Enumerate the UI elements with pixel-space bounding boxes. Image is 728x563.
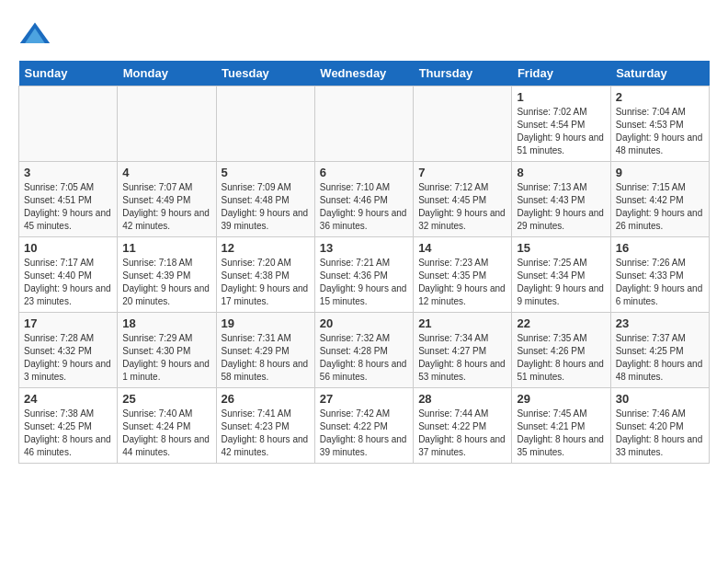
day-number: 8 bbox=[517, 166, 605, 179]
calendar-cell: 29Sunrise: 7:45 AM Sunset: 4:21 PM Dayli… bbox=[512, 388, 610, 464]
day-info: Sunrise: 7:38 AM Sunset: 4:25 PM Dayligh… bbox=[24, 408, 112, 459]
day-number: 12 bbox=[222, 241, 310, 255]
calendar-cell: 17Sunrise: 7:28 AM Sunset: 4:32 PM Dayli… bbox=[19, 313, 118, 388]
day-info: Sunrise: 7:29 AM Sunset: 4:30 PM Dayligh… bbox=[122, 332, 210, 384]
day-header-friday: Friday bbox=[512, 61, 610, 86]
day-info: Sunrise: 7:10 AM Sunset: 4:46 PM Dayligh… bbox=[320, 181, 408, 233]
calendar-week-row: 10Sunrise: 7:17 AM Sunset: 4:40 PM Dayli… bbox=[19, 237, 710, 313]
calendar-table: SundayMondayTuesdayWednesdayThursdayFrid… bbox=[18, 61, 710, 464]
day-info: Sunrise: 7:34 AM Sunset: 4:27 PM Dayligh… bbox=[418, 332, 506, 384]
day-info: Sunrise: 7:12 AM Sunset: 4:45 PM Dayligh… bbox=[418, 181, 506, 233]
day-number: 22 bbox=[517, 316, 605, 330]
day-number: 11 bbox=[122, 241, 210, 255]
calendar-cell bbox=[19, 86, 118, 162]
day-number: 20 bbox=[320, 316, 408, 330]
day-info: Sunrise: 7:40 AM Sunset: 4:24 PM Dayligh… bbox=[122, 408, 210, 459]
calendar-cell: 1Sunrise: 7:02 AM Sunset: 4:54 PM Daylig… bbox=[512, 86, 610, 162]
day-info: Sunrise: 7:05 AM Sunset: 4:51 PM Dayligh… bbox=[24, 181, 112, 233]
day-info: Sunrise: 7:09 AM Sunset: 4:48 PM Dayligh… bbox=[222, 181, 310, 233]
calendar-cell: 16Sunrise: 7:26 AM Sunset: 4:33 PM Dayli… bbox=[610, 237, 709, 313]
day-info: Sunrise: 7:25 AM Sunset: 4:34 PM Dayligh… bbox=[517, 257, 605, 308]
day-number: 17 bbox=[24, 316, 112, 330]
day-info: Sunrise: 7:17 AM Sunset: 4:40 PM Dayligh… bbox=[24, 257, 112, 308]
calendar-cell bbox=[414, 86, 512, 162]
day-info: Sunrise: 7:42 AM Sunset: 4:22 PM Dayligh… bbox=[320, 408, 408, 459]
day-info: Sunrise: 7:07 AM Sunset: 4:49 PM Dayligh… bbox=[122, 181, 210, 233]
day-info: Sunrise: 7:20 AM Sunset: 4:38 PM Dayligh… bbox=[222, 257, 310, 308]
day-info: Sunrise: 7:46 AM Sunset: 4:20 PM Dayligh… bbox=[616, 408, 704, 459]
day-number: 21 bbox=[418, 316, 506, 330]
day-info: Sunrise: 7:04 AM Sunset: 4:53 PM Dayligh… bbox=[616, 106, 704, 157]
calendar-cell: 19Sunrise: 7:31 AM Sunset: 4:29 PM Dayli… bbox=[216, 313, 314, 388]
day-header-sunday: Sunday bbox=[19, 61, 118, 86]
calendar-week-row: 1Sunrise: 7:02 AM Sunset: 4:54 PM Daylig… bbox=[19, 86, 710, 162]
day-number: 29 bbox=[517, 392, 605, 406]
day-info: Sunrise: 7:26 AM Sunset: 4:33 PM Dayligh… bbox=[616, 257, 704, 308]
day-info: Sunrise: 7:02 AM Sunset: 4:54 PM Dayligh… bbox=[517, 106, 605, 157]
day-header-wednesday: Wednesday bbox=[314, 61, 413, 86]
day-number: 19 bbox=[222, 316, 310, 330]
day-info: Sunrise: 7:21 AM Sunset: 4:36 PM Dayligh… bbox=[320, 257, 408, 308]
day-info: Sunrise: 7:35 AM Sunset: 4:26 PM Dayligh… bbox=[517, 332, 605, 384]
day-number: 16 bbox=[616, 241, 704, 255]
day-number: 23 bbox=[616, 316, 704, 330]
calendar-cell bbox=[314, 86, 413, 162]
calendar-cell: 28Sunrise: 7:44 AM Sunset: 4:22 PM Dayli… bbox=[414, 388, 512, 464]
calendar-cell: 6Sunrise: 7:10 AM Sunset: 4:46 PM Daylig… bbox=[314, 162, 413, 237]
day-number: 6 bbox=[320, 166, 408, 179]
header bbox=[18, 18, 710, 52]
calendar-cell: 5Sunrise: 7:09 AM Sunset: 4:48 PM Daylig… bbox=[216, 162, 314, 237]
calendar-cell bbox=[216, 86, 314, 162]
calendar-cell: 3Sunrise: 7:05 AM Sunset: 4:51 PM Daylig… bbox=[19, 162, 118, 237]
calendar-cell: 2Sunrise: 7:04 AM Sunset: 4:53 PM Daylig… bbox=[610, 86, 709, 162]
day-number: 27 bbox=[320, 392, 408, 406]
day-info: Sunrise: 7:15 AM Sunset: 4:42 PM Dayligh… bbox=[616, 181, 704, 233]
day-info: Sunrise: 7:37 AM Sunset: 4:25 PM Dayligh… bbox=[616, 332, 704, 384]
calendar-cell: 14Sunrise: 7:23 AM Sunset: 4:35 PM Dayli… bbox=[414, 237, 512, 313]
page-container: SundayMondayTuesdayWednesdayThursdayFrid… bbox=[0, 0, 728, 473]
calendar-cell: 21Sunrise: 7:34 AM Sunset: 4:27 PM Dayli… bbox=[414, 313, 512, 388]
day-number: 25 bbox=[122, 392, 210, 406]
day-number: 10 bbox=[24, 241, 112, 255]
calendar-week-row: 3Sunrise: 7:05 AM Sunset: 4:51 PM Daylig… bbox=[19, 162, 710, 237]
day-number: 24 bbox=[24, 392, 112, 406]
day-number: 13 bbox=[320, 241, 408, 255]
calendar-cell bbox=[118, 86, 216, 162]
day-number: 14 bbox=[418, 241, 506, 255]
calendar-cell: 18Sunrise: 7:29 AM Sunset: 4:30 PM Dayli… bbox=[118, 313, 216, 388]
calendar-cell: 25Sunrise: 7:40 AM Sunset: 4:24 PM Dayli… bbox=[118, 388, 216, 464]
calendar-cell: 9Sunrise: 7:15 AM Sunset: 4:42 PM Daylig… bbox=[610, 162, 709, 237]
day-number: 30 bbox=[616, 392, 704, 406]
logo-icon bbox=[18, 18, 51, 52]
day-number: 4 bbox=[122, 166, 210, 179]
day-info: Sunrise: 7:31 AM Sunset: 4:29 PM Dayligh… bbox=[222, 332, 310, 384]
day-info: Sunrise: 7:32 AM Sunset: 4:28 PM Dayligh… bbox=[320, 332, 408, 384]
day-number: 28 bbox=[418, 392, 506, 406]
day-header-monday: Monday bbox=[118, 61, 216, 86]
day-info: Sunrise: 7:41 AM Sunset: 4:23 PM Dayligh… bbox=[222, 408, 310, 459]
day-number: 18 bbox=[122, 316, 210, 330]
day-header-saturday: Saturday bbox=[610, 61, 709, 86]
calendar-week-row: 17Sunrise: 7:28 AM Sunset: 4:32 PM Dayli… bbox=[19, 313, 710, 388]
calendar-cell: 24Sunrise: 7:38 AM Sunset: 4:25 PM Dayli… bbox=[19, 388, 118, 464]
calendar-cell: 4Sunrise: 7:07 AM Sunset: 4:49 PM Daylig… bbox=[118, 162, 216, 237]
calendar-cell: 30Sunrise: 7:46 AM Sunset: 4:20 PM Dayli… bbox=[610, 388, 709, 464]
calendar-cell: 27Sunrise: 7:42 AM Sunset: 4:22 PM Dayli… bbox=[314, 388, 413, 464]
day-info: Sunrise: 7:45 AM Sunset: 4:21 PM Dayligh… bbox=[517, 408, 605, 459]
logo bbox=[18, 18, 55, 52]
day-number: 15 bbox=[517, 241, 605, 255]
calendar-cell: 8Sunrise: 7:13 AM Sunset: 4:43 PM Daylig… bbox=[512, 162, 610, 237]
day-number: 7 bbox=[418, 166, 506, 179]
calendar-header-row: SundayMondayTuesdayWednesdayThursdayFrid… bbox=[19, 61, 710, 86]
calendar-cell: 12Sunrise: 7:20 AM Sunset: 4:38 PM Dayli… bbox=[216, 237, 314, 313]
calendar-week-row: 24Sunrise: 7:38 AM Sunset: 4:25 PM Dayli… bbox=[19, 388, 710, 464]
day-number: 2 bbox=[616, 90, 704, 104]
day-number: 5 bbox=[222, 166, 310, 179]
day-number: 3 bbox=[24, 166, 112, 179]
calendar-cell: 7Sunrise: 7:12 AM Sunset: 4:45 PM Daylig… bbox=[414, 162, 512, 237]
calendar-cell: 23Sunrise: 7:37 AM Sunset: 4:25 PM Dayli… bbox=[610, 313, 709, 388]
day-info: Sunrise: 7:44 AM Sunset: 4:22 PM Dayligh… bbox=[418, 408, 506, 459]
calendar-cell: 22Sunrise: 7:35 AM Sunset: 4:26 PM Dayli… bbox=[512, 313, 610, 388]
calendar-cell: 20Sunrise: 7:32 AM Sunset: 4:28 PM Dayli… bbox=[314, 313, 413, 388]
calendar-cell: 13Sunrise: 7:21 AM Sunset: 4:36 PM Dayli… bbox=[314, 237, 413, 313]
